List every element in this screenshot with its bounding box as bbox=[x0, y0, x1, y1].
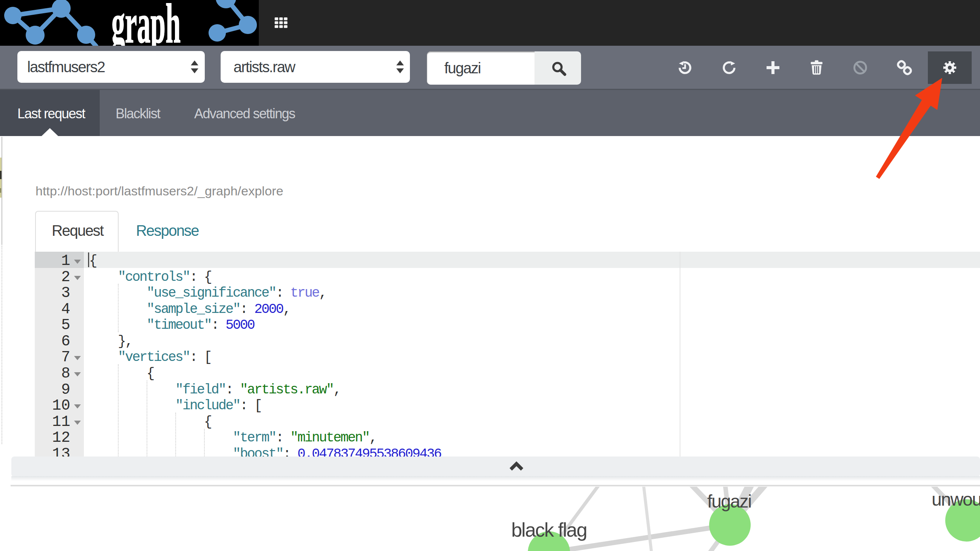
svg-text:fugazi: fugazi bbox=[707, 491, 751, 511]
svg-text:graph: graph bbox=[111, 0, 181, 46]
svg-text:black flag: black flag bbox=[511, 519, 587, 541]
svg-text:unwound: unwound bbox=[932, 489, 980, 510]
